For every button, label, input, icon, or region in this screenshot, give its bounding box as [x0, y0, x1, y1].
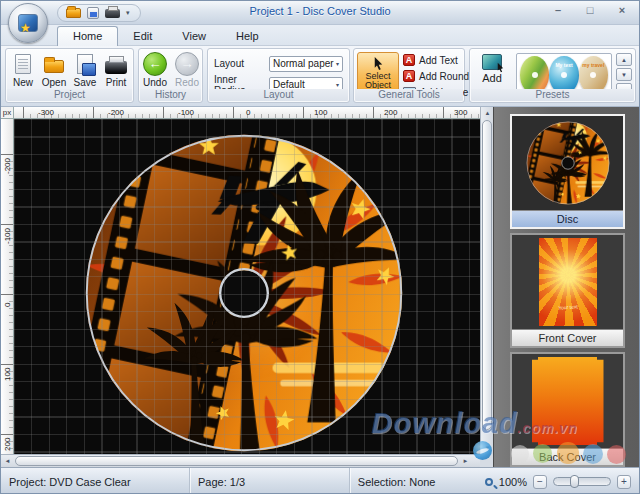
pages-panel: Disc Your text Front Cover Back Cover	[493, 107, 640, 467]
group-label-presets: Presets	[471, 89, 634, 101]
status-selection: Selection: None	[350, 468, 485, 494]
ribbon-group-presets: Add My text my travel ▲ ▼ ▾ Presets	[469, 48, 636, 103]
new-document-icon	[11, 52, 35, 76]
ribbon-tab-row: Home Edit View Help	[1, 25, 639, 46]
magnifier-icon	[485, 478, 493, 486]
page-thumbnail-front-cover[interactable]: Your text Front Cover	[510, 233, 625, 348]
preset-disc-travel-text: my travel	[579, 62, 608, 68]
open-folder-icon	[42, 52, 66, 76]
zoom-controls: 100% − +	[485, 475, 639, 489]
app-window: ▾ Project 1 - Disc Cover Studio – □ × Ho…	[0, 0, 640, 494]
select-object-button[interactable]: Select Object	[357, 52, 399, 94]
status-bar: Project: DVD Case Clear Page: 1/3 Select…	[1, 467, 639, 494]
layout-select[interactable]: Normal paper ▾	[269, 56, 343, 72]
tab-edit[interactable]: Edit	[118, 27, 167, 45]
vertical-scrollbar[interactable]: ▲ ▼	[480, 107, 493, 454]
tab-home[interactable]: Home	[57, 26, 118, 46]
disc-thumbnail-label: Disc	[512, 210, 623, 227]
group-label-layout: Layout	[209, 89, 348, 101]
tab-help[interactable]: Help	[221, 27, 274, 45]
tab-view[interactable]: View	[167, 27, 221, 45]
cursor-arrow-icon	[371, 56, 386, 71]
gallery-scroll-up-icon[interactable]: ▲	[616, 53, 632, 66]
window-title: Project 1 - Disc Cover Studio	[1, 5, 639, 17]
application-menu-button[interactable]	[8, 3, 48, 43]
front-cover-thumbnail-label: Front Cover	[512, 329, 623, 346]
undo-icon: ←	[143, 52, 167, 76]
title-bar: ▾ Project 1 - Disc Cover Studio – □ ×	[1, 1, 639, 25]
save-floppy-icon	[73, 52, 97, 76]
zoom-slider[interactable]	[553, 477, 611, 486]
save-button[interactable]: Save	[70, 52, 100, 88]
printer-icon	[104, 52, 128, 76]
disc-artwork[interactable]	[82, 131, 406, 454]
scroll-right-icon[interactable]: ►	[459, 455, 472, 467]
horizontal-ruler: -300 -200 -100 0 100 200 300	[14, 107, 480, 119]
group-label-project: Project	[7, 89, 132, 101]
front-cover-sample-text: Your text	[538, 302, 596, 312]
preset-disc-blue-text: My text	[549, 62, 578, 68]
ribbon: New ▾ Open Save Print Project ← Undo ▾	[1, 46, 639, 107]
ruler-unit-label: px	[1, 107, 14, 119]
back-cover-art	[532, 357, 604, 445]
zoom-out-button[interactable]: −	[533, 475, 547, 489]
ribbon-group-layout: Layout Normal paper ▾ Inner Radius Defau…	[207, 48, 350, 103]
add-round-text-icon: A	[403, 70, 415, 82]
group-label-history: History	[140, 89, 201, 101]
add-text-button[interactable]: A Add Text	[403, 53, 458, 67]
add-preset-button[interactable]: Add	[474, 54, 510, 84]
redo-button[interactable]: → Redo ▾	[172, 52, 202, 93]
back-cover-thumbnail-image	[512, 354, 623, 448]
ribbon-group-history: ← Undo ▾ → Redo ▾ History	[138, 48, 203, 103]
gallery-scroll-down-icon[interactable]: ▼	[616, 68, 632, 81]
add-preset-icon	[482, 54, 502, 70]
horizontal-scrollbar[interactable]: ◄ ►	[1, 454, 480, 467]
print-button[interactable]: Print	[101, 52, 131, 88]
vertical-scroll-thumb[interactable]	[482, 120, 492, 430]
maximize-button[interactable]: □	[581, 4, 599, 18]
disc-thumbnail-image	[512, 116, 623, 210]
status-project: Project: DVD Case Clear	[1, 468, 190, 494]
redo-icon: →	[175, 52, 199, 76]
inner-radius-select-dropdown-icon[interactable]: ▾	[336, 83, 339, 87]
zoom-level: 100%	[499, 476, 527, 488]
zoom-slider-thumb[interactable]	[570, 475, 579, 488]
scroll-left-icon[interactable]: ◄	[1, 455, 14, 467]
app-icon	[18, 14, 38, 32]
close-button[interactable]: ×	[613, 4, 631, 18]
zoom-in-button[interactable]: +	[617, 475, 631, 489]
layout-field-label: Layout	[214, 58, 269, 69]
status-page: Page: 1/3	[190, 468, 350, 494]
horizontal-scroll-thumb[interactable]	[15, 456, 458, 466]
scrollbar-corner	[480, 454, 493, 467]
front-cover-thumbnail-image: Your text	[512, 235, 623, 329]
undo-button[interactable]: ← Undo ▾	[140, 52, 170, 93]
front-cover-art: Your text	[539, 238, 597, 326]
design-canvas[interactable]	[14, 119, 480, 454]
window-controls: – □ ×	[549, 4, 631, 18]
page-thumbnail-disc[interactable]: Disc	[510, 114, 625, 229]
ribbon-group-general-tools: Select Object A Add Text A Add Round Tex…	[353, 48, 465, 103]
layout-select-dropdown-icon[interactable]: ▾	[336, 62, 339, 66]
vertical-ruler: -200 -100 0 100 200	[1, 119, 14, 454]
open-button[interactable]: Open	[39, 52, 69, 88]
new-button[interactable]: New ▾	[8, 52, 38, 93]
canvas-area: px -300 -200 -100 0 100 200 300 -200 -10…	[1, 107, 493, 467]
minimize-button[interactable]: –	[549, 4, 567, 18]
page-thumbnail-back-cover[interactable]: Back Cover	[510, 352, 625, 467]
back-cover-thumbnail-label: Back Cover	[512, 448, 623, 465]
add-text-icon: A	[403, 54, 415, 66]
ribbon-group-project: New ▾ Open Save Print Project	[5, 48, 134, 103]
group-label-general-tools: General Tools	[355, 89, 463, 101]
